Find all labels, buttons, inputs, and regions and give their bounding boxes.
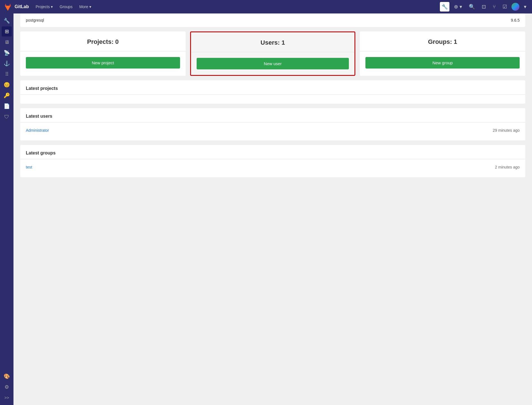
latest-projects-card: Latest projects (20, 80, 525, 104)
sidebar-item-apps[interactable]: ⠿ (2, 69, 12, 79)
latest-groups-card: Latest groups test 2 minutes ago (20, 145, 525, 177)
test-group-link[interactable]: test (26, 165, 32, 169)
group-list-item: test 2 minutes ago (26, 163, 520, 172)
nav-more[interactable]: More ▾ (77, 4, 94, 9)
layout-button[interactable]: ⊡ (479, 4, 488, 10)
postgresql-version: 9.6.5 (511, 18, 520, 22)
latest-users-card: Latest users Administrator 29 minutes ag… (20, 108, 525, 140)
test-group-time: 2 minutes ago (495, 165, 520, 169)
sidebar-item-grid[interactable]: ⊞ (2, 26, 12, 37)
users-count: Users: 1 (197, 39, 349, 46)
sidebar-item-wrench[interactable]: 🔧 (2, 16, 12, 26)
todo-button[interactable]: ☑ (500, 4, 509, 10)
new-group-button[interactable]: New group (365, 57, 520, 69)
groups-count: Groups: 1 (365, 38, 520, 45)
sidebar-bottom: 🎨 ⚙ >> (2, 371, 12, 405)
sidebar-item-settings[interactable]: ⚙ (2, 382, 12, 392)
sidebar-expand-button[interactable]: >> (2, 393, 12, 403)
administrator-link[interactable]: Administrator (26, 128, 49, 133)
main-content: postgresql 9.6.5 Projects: 0 New project… (13, 13, 532, 405)
latest-users-divider (20, 122, 525, 122)
new-user-button[interactable]: New user (197, 58, 349, 69)
groups-divider (360, 51, 525, 51)
projects-divider (20, 51, 186, 51)
projects-count: Projects: 0 (26, 38, 180, 45)
projects-stat-card: Projects: 0 New project (20, 31, 186, 76)
sidebar-item-face[interactable]: 😊 (2, 80, 12, 90)
new-project-button[interactable]: New project (26, 57, 180, 69)
latest-projects-divider (20, 94, 525, 95)
nav-groups[interactable]: Groups (57, 4, 75, 9)
sidebar-item-palette[interactable]: 🎨 (2, 371, 12, 381)
sidebar-item-key[interactable]: 🔑 (2, 90, 12, 101)
sidebar-item-radar[interactable]: 📡 (2, 48, 12, 58)
latest-groups-divider (20, 159, 525, 159)
user-list-item: Administrator 29 minutes ago (26, 126, 520, 135)
user-menu-chevron[interactable]: ▾ (522, 4, 529, 10)
sidebar-item-shield[interactable]: 🛡 (2, 112, 12, 122)
gitlab-logo[interactable]: GitLab (3, 2, 29, 11)
merge-request-button[interactable]: ⑂ (490, 4, 498, 10)
sidebar-item-monitor[interactable]: 🖥 (2, 37, 12, 47)
stats-row: Projects: 0 New project Users: 1 New use… (20, 31, 525, 76)
top-navigation: GitLab Projects ▾ Groups More ▾ 🔧 ⊕ ▾ 🔍 … (0, 0, 532, 13)
users-divider (191, 52, 355, 52)
sidebar-item-document[interactable]: 📄 (2, 101, 12, 111)
latest-projects-title: Latest projects (26, 86, 520, 91)
create-button[interactable]: ⊕ ▾ (452, 4, 464, 10)
latest-users-title: Latest users (26, 114, 520, 119)
users-stat-card: Users: 1 New user (190, 31, 356, 76)
administrator-time: 29 minutes ago (493, 128, 520, 133)
search-button[interactable]: 🔍 (467, 4, 477, 10)
postgresql-card: postgresql 9.6.5 (20, 13, 525, 27)
postgresql-label: postgresql (26, 18, 44, 22)
left-sidebar: 🔧 ⊞ 🖥 📡 ⚓ ⠿ 😊 🔑 📄 🛡 🎨 ⚙ >> (0, 13, 13, 405)
groups-stat-card: Groups: 1 New group (360, 31, 525, 76)
latest-groups-title: Latest groups (26, 151, 520, 156)
user-avatar[interactable] (511, 3, 519, 11)
nav-projects[interactable]: Projects ▾ (33, 4, 55, 9)
brand-name: GitLab (15, 4, 29, 9)
admin-wrench-button[interactable]: 🔧 (440, 2, 449, 12)
sidebar-item-anchor[interactable]: ⚓ (2, 58, 12, 69)
